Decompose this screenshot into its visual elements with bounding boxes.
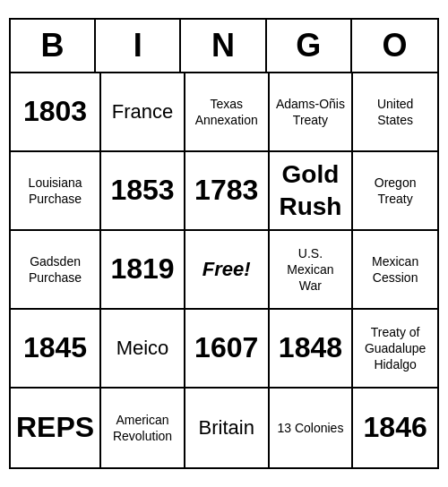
cell-text: Britain: [199, 415, 254, 441]
cell-text: 1819: [110, 251, 174, 288]
header-letter: O: [352, 20, 437, 72]
bingo-header: BINGO: [11, 20, 437, 73]
cell-r0-c0: 1803: [11, 73, 101, 152]
cell-text: U.S. Mexican War: [275, 245, 347, 295]
cell-r4-c4: 1846: [353, 389, 437, 467]
cell-text: Treaty of Guadalupe Hidalgo: [358, 324, 432, 373]
cell-r3-c3: 1848: [270, 310, 354, 389]
cell-r1-c3: Gold Rush: [270, 152, 354, 231]
cell-text: 13 Colonies: [277, 420, 343, 436]
header-letter: N: [181, 20, 266, 72]
cell-r0-c2: Texas Annexation: [185, 73, 270, 152]
cell-text: United States: [358, 96, 432, 128]
cell-text: 1607: [194, 329, 258, 367]
header-letter: I: [96, 20, 181, 72]
cell-text: Adams-Oñis Treaty: [275, 96, 347, 128]
cell-text: REPS: [16, 409, 94, 447]
cell-text: 1783: [194, 172, 258, 209]
cell-r0-c3: Adams-Oñis Treaty: [270, 73, 354, 152]
cell-text: Meico: [116, 336, 169, 362]
cell-text: Free!: [202, 257, 251, 283]
cell-text: 1803: [23, 93, 87, 131]
cell-r1-c1: 1853: [101, 152, 185, 231]
cell-r4-c1: American Revolution: [101, 389, 185, 467]
cell-text: Oregon Treaty: [358, 175, 432, 207]
cell-r3-c1: Meico: [101, 310, 185, 389]
cell-text: Louisiana Purchase: [16, 175, 94, 207]
cell-r4-c0: REPS: [11, 389, 101, 467]
cell-text: France: [112, 99, 173, 125]
cell-r0-c4: United States: [353, 73, 437, 152]
cell-r3-c0: 1845: [11, 310, 101, 389]
cell-r0-c1: France: [101, 73, 185, 152]
cell-r2-c1: 1819: [101, 231, 185, 310]
cell-r4-c3: 13 Colonies: [270, 389, 354, 467]
cell-text: 1846: [364, 409, 427, 447]
cell-text: 1853: [110, 172, 174, 209]
cell-text: Texas Annexation: [191, 96, 263, 128]
cell-r2-c0: Gadsden Purchase: [11, 231, 101, 310]
header-letter: G: [267, 20, 352, 72]
cell-r1-c0: Louisiana Purchase: [11, 152, 101, 231]
bingo-grid: 1803FranceTexas AnnexationAdams-Oñis Tre…: [11, 73, 437, 467]
cell-r1-c4: Oregon Treaty: [353, 152, 437, 231]
cell-text: American Revolution: [107, 412, 178, 444]
header-letter: B: [11, 20, 96, 72]
cell-r2-c4: Mexican Cession: [353, 231, 437, 310]
cell-text: Gold Rush: [275, 158, 347, 224]
cell-r3-c4: Treaty of Guadalupe Hidalgo: [353, 310, 437, 389]
cell-r2-c3: U.S. Mexican War: [270, 231, 354, 310]
cell-text: Gadsden Purchase: [16, 253, 94, 286]
cell-text: Mexican Cession: [358, 253, 432, 286]
cell-text: 1845: [23, 329, 87, 367]
cell-r2-c2: Free!: [185, 231, 270, 310]
cell-r3-c2: 1607: [185, 310, 270, 389]
bingo-card: BINGO 1803FranceTexas AnnexationAdams-Oñ…: [9, 18, 439, 469]
cell-text: 1848: [279, 329, 342, 367]
cell-r4-c2: Britain: [185, 389, 270, 467]
cell-r1-c2: 1783: [185, 152, 270, 231]
